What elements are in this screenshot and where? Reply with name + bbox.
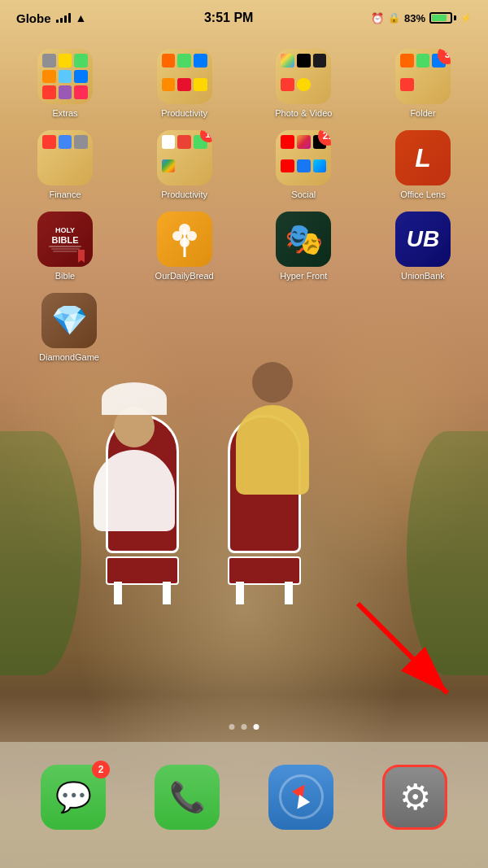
dock-messages[interactable]: 2 💬: [41, 765, 106, 830]
page-indicator: [229, 724, 259, 730]
app-hyper-front[interactable]: 🎭 Hyper Front: [255, 212, 352, 281]
bible-holy-text: HOLY: [55, 226, 75, 234]
app-row-3: HOLY BIBLE Bible: [16, 212, 472, 281]
dock-safari[interactable]: [268, 765, 333, 830]
productivity2-label: Productivity: [161, 190, 207, 199]
social-label: Social: [291, 190, 316, 199]
app-diamond-game[interactable]: 💎 DiamondGame: [20, 293, 118, 362]
svg-point-1: [172, 231, 182, 241]
app-extras[interactable]: Extras: [16, 49, 114, 118]
bible-bible-text: BIBLE: [52, 235, 79, 245]
hyper-front-character: 🎭: [285, 221, 323, 257]
battery-percent: 83%: [404, 12, 425, 24]
phone-symbol: 📞: [169, 780, 206, 814]
lock-icon: 🔒: [388, 12, 400, 24]
dock-phone[interactable]: 📞: [155, 765, 220, 830]
bible-icon[interactable]: HOLY BIBLE: [37, 212, 93, 267]
social-icon[interactable]: 21: [276, 130, 331, 185]
messages-symbol: 💬: [55, 780, 92, 814]
wifi-icon: ▲: [76, 11, 87, 24]
daily-bread-icon[interactable]: [157, 212, 212, 267]
hyper-front-label: Hyper Front: [280, 271, 327, 281]
app-row-4: 💎 DiamondGame: [16, 293, 472, 362]
app-social[interactable]: 21 Social: [255, 130, 352, 199]
productivity-folder-icon[interactable]: [157, 49, 212, 104]
settings-gear-symbol: ⚙: [399, 779, 431, 815]
app-folder[interactable]: 3 Folder: [374, 49, 472, 118]
svg-line-6: [358, 604, 447, 693]
union-bank-label: UnionBank: [401, 271, 445, 281]
app-finance[interactable]: Finance: [16, 130, 114, 199]
folder-icon[interactable]: 3: [395, 49, 451, 104]
status-bar: Globe ▲ 3:51 PM ⏰ 🔒 83% ⚡: [0, 0, 488, 36]
finance-label: Finance: [49, 190, 81, 199]
messages-badge: 2: [92, 761, 110, 779]
app-photo-video[interactable]: Photo & Video: [255, 49, 352, 118]
charging-icon: ⚡: [460, 13, 472, 24]
union-bank-icon[interactable]: UB: [395, 212, 451, 267]
app-union-bank[interactable]: UB UnionBank: [374, 212, 472, 281]
office-lens-icon[interactable]: L: [395, 130, 451, 185]
alarm-icon: ⏰: [371, 12, 384, 24]
finance-icon[interactable]: [37, 130, 93, 185]
office-lens-symbol: L: [415, 143, 431, 173]
hyper-front-icon[interactable]: 🎭: [276, 212, 331, 267]
page-dot-2: [242, 724, 247, 730]
extras-label: Extras: [52, 108, 77, 118]
page-dot-3: [254, 724, 259, 730]
diamond-game-label: DiamondGame: [39, 352, 99, 362]
extras-icon[interactable]: [37, 49, 93, 104]
dock: 2 💬 📞 ⚙: [0, 742, 488, 868]
diamond-game-icon[interactable]: 💎: [41, 293, 97, 348]
diamond-game-character: 💎: [51, 303, 88, 338]
bible-bookmark: [78, 250, 85, 263]
office-lens-label: Office Lens: [400, 190, 445, 199]
ub-text: UB: [407, 226, 439, 252]
dock-settings[interactable]: ⚙: [382, 765, 447, 830]
phone-icon[interactable]: 📞: [155, 765, 220, 830]
photo-video-label: Photo & Video: [275, 108, 332, 118]
app-grid: Extras Productivity: [0, 41, 488, 382]
svg-point-2: [187, 231, 197, 241]
daily-bread-label: OurDailyBread: [155, 271, 214, 281]
battery-indicator: [429, 12, 456, 24]
app-row-2: Finance 1 Productivity 21: [16, 130, 472, 199]
bible-label: Bible: [55, 271, 75, 281]
time-display: 3:51 PM: [204, 11, 253, 24]
productivity-folder-label: Productivity: [161, 108, 207, 118]
carrier-label: Globe: [16, 11, 51, 25]
app-productivity2[interactable]: 1 Productivity: [136, 130, 233, 199]
app-our-daily-bread[interactable]: OurDailyBread: [136, 212, 233, 281]
app-row-1: Extras Productivity: [16, 49, 472, 118]
page-dot-1: [229, 724, 235, 730]
productivity2-icon[interactable]: 1: [157, 130, 212, 185]
messages-icon[interactable]: 2 💬: [41, 765, 106, 830]
app-bible[interactable]: HOLY BIBLE Bible: [16, 212, 114, 281]
app-office-lens[interactable]: L Office Lens: [374, 130, 472, 199]
app-productivity-folder[interactable]: Productivity: [136, 49, 233, 118]
photo-video-icon[interactable]: [276, 49, 331, 104]
safari-compass: [279, 774, 324, 819]
settings-icon[interactable]: ⚙: [382, 765, 447, 830]
folder-label: Folder: [410, 108, 435, 118]
signal-bars: [56, 13, 71, 23]
safari-icon[interactable]: [268, 765, 333, 830]
wheat-svg: [167, 221, 203, 257]
red-arrow: [342, 587, 472, 718]
